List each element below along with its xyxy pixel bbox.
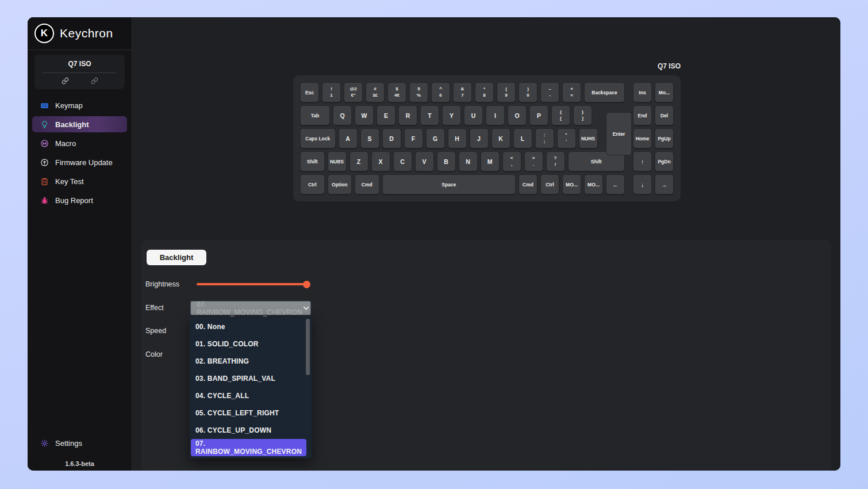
keyboard-key[interactable]: {[ — [551, 105, 570, 125]
keyboard-key[interactable]: Cmd — [519, 174, 537, 194]
keyboard-key[interactable]: F — [404, 128, 423, 148]
keyboard-key[interactable]: <, — [502, 151, 521, 171]
keyboard-key[interactable]: }] — [573, 105, 592, 125]
keyboard-key[interactable]: H — [448, 128, 467, 148]
effect-option[interactable]: 02. BREATHING — [190, 353, 312, 370]
keyboard-key[interactable]: G — [426, 128, 445, 148]
sidebar-item-label: Keymap — [55, 101, 83, 110]
keyboard-key[interactable]: @2€" — [344, 82, 363, 102]
sidebar-item-keytest[interactable]: Key Test — [32, 173, 127, 189]
keyboard-key[interactable]: ?/ — [546, 151, 565, 171]
keyboard-key[interactable]: L — [513, 128, 532, 148]
keyboard-key[interactable]: –- — [540, 82, 559, 102]
keyboard-key[interactable]: M — [481, 151, 500, 171]
effect-option[interactable]: 03. BAND_SPIRAL_VAL — [190, 370, 312, 387]
keyboard-key[interactable]: R — [398, 105, 417, 125]
keyboard-key[interactable]: Ctrl — [300, 174, 325, 194]
keyboard-key[interactable]: Ins — [633, 82, 652, 102]
keyboard-key[interactable]: Y — [442, 105, 461, 125]
keyboard-key[interactable]: X — [371, 151, 390, 171]
keyboard-key[interactable]: NUBS — [328, 151, 347, 171]
keyboard-key[interactable]: I — [486, 105, 505, 125]
keyboard-key[interactable]: P — [529, 105, 548, 125]
keyboard-key[interactable]: 5% — [409, 82, 428, 102]
keyboard-key[interactable]: Z — [349, 151, 368, 171]
gear-icon — [40, 439, 49, 448]
brightness-slider[interactable] — [197, 280, 310, 288]
keyboard-key[interactable]: MO... — [562, 174, 581, 194]
keyboard-key[interactable]: Q — [333, 105, 352, 125]
effect-option[interactable]: 01. SOLID_COLOR — [190, 335, 312, 353]
main-content: Q7 ISO Enter Esc!1@2€"#3£$4€5%^6&7*8(9)0… — [132, 17, 840, 471]
keyboard-row: CtrlOptionCmdSpaceCmdCtrlMO...MO...←↓→ — [300, 174, 674, 194]
keyboard-key[interactable]: C — [393, 151, 412, 171]
keyboard-key[interactable]: *8 — [475, 82, 494, 102]
keyboard-key[interactable]: Cmd — [355, 174, 379, 194]
keyboard-key[interactable]: Tab — [300, 105, 330, 125]
keyboard-key[interactable]: Esc — [300, 82, 319, 102]
keyboard-key[interactable]: ↑ — [633, 151, 652, 171]
keyboard-key[interactable]: U — [464, 105, 483, 125]
keyboard-key[interactable]: Enter — [606, 112, 632, 155]
keyboard-key[interactable]: D — [382, 128, 401, 148]
keyboard-key[interactable]: PgUp — [655, 128, 674, 148]
keyboard-key[interactable]: N — [459, 151, 478, 171]
keyboard-key[interactable]: Del — [655, 105, 674, 125]
keyboard-key[interactable]: ^6 — [431, 82, 450, 102]
effect-option[interactable]: 00. None — [190, 318, 312, 335]
keyboard-key[interactable]: += — [562, 82, 581, 102]
keyboard-key[interactable]: Option — [328, 174, 352, 194]
keyboard-key[interactable]: $4€ — [387, 82, 406, 102]
effect-select[interactable]: 07. RAINBOW_MOVING_CHEVRON — [190, 301, 311, 315]
keyboard-key[interactable]: V — [415, 151, 434, 171]
key-test-icon — [40, 177, 49, 186]
keyboard-key[interactable]: Shift — [300, 151, 325, 171]
keyboard-key[interactable]: E — [377, 105, 395, 125]
sidebar-item-backlight[interactable]: Backlight — [32, 116, 127, 132]
keyboard-key[interactable]: Mo... — [655, 82, 674, 102]
keyboard-key[interactable]: T — [420, 105, 439, 125]
sidebar-item-keymap[interactable]: Keymap — [32, 97, 127, 113]
keyboard-key[interactable]: "' — [557, 128, 576, 148]
keyboard-key[interactable]: Ctrl — [540, 174, 559, 194]
effect-option[interactable]: 05. CYCLE_LEFT_RIGHT — [190, 404, 312, 422]
keyboard-key[interactable]: → — [655, 174, 674, 194]
keyboard-key[interactable]: (9 — [497, 82, 516, 102]
keyboard-key[interactable]: K — [491, 128, 510, 148]
keyboard-key[interactable]: >. — [524, 151, 543, 171]
keyboard-key[interactable]: S — [360, 128, 379, 148]
keyboard-key[interactable]: )0 — [519, 82, 537, 102]
keyboard-key[interactable]: #3£ — [366, 82, 385, 102]
keyboard-key[interactable]: Space — [382, 174, 516, 194]
keyboard-key[interactable]: End — [633, 105, 652, 125]
slider-thumb[interactable] — [303, 281, 310, 288]
effect-option[interactable]: 04. CYCLE_ALL — [190, 387, 312, 404]
effect-option[interactable]: 06. CYCLE_UP_DOWN — [190, 422, 312, 439]
effect-option[interactable]: 07. RAINBOW_MOVING_CHEVRON — [191, 439, 306, 456]
sidebar-item-settings[interactable]: Settings — [32, 435, 127, 451]
effect-options: 00. None01. SOLID_COLOR02. BREATHING03. … — [190, 318, 312, 456]
keyboard-key[interactable]: Caps Lock — [300, 128, 336, 148]
keyboard-key[interactable]: PgDn — [655, 151, 674, 171]
keyboard-key[interactable]: MO... — [584, 174, 603, 194]
device-card[interactable]: Q7 ISO — [34, 55, 125, 89]
keyboard-key[interactable]: Backspace — [584, 82, 625, 102]
keyboard-key[interactable]: ↓ — [633, 174, 652, 194]
backlight-tab[interactable]: Backlight — [147, 250, 206, 265]
keyboard-key[interactable]: J — [470, 128, 489, 148]
keyboard-key[interactable]: W — [355, 105, 374, 125]
keyboard-key[interactable]: ← — [606, 174, 625, 194]
keyboard-key[interactable]: &7 — [453, 82, 472, 102]
scrollbar-thumb[interactable] — [306, 319, 310, 375]
keyboard-key[interactable]: :; — [535, 128, 554, 148]
sidebar-item-macro[interactable]: Macro — [32, 135, 127, 151]
keyboard-key[interactable]: !1 — [322, 82, 341, 102]
link-icon — [91, 77, 98, 85]
keyboard-key[interactable]: Home — [633, 128, 652, 148]
sidebar-item-bugreport[interactable]: Bug Report — [32, 192, 127, 208]
keyboard-key[interactable]: B — [437, 151, 456, 171]
keyboard-key[interactable]: A — [339, 128, 358, 148]
keyboard-key[interactable]: NUHS — [579, 128, 598, 148]
sidebar-item-firmware[interactable]: Firmware Update — [32, 154, 127, 170]
keyboard-key[interactable]: O — [508, 105, 527, 125]
